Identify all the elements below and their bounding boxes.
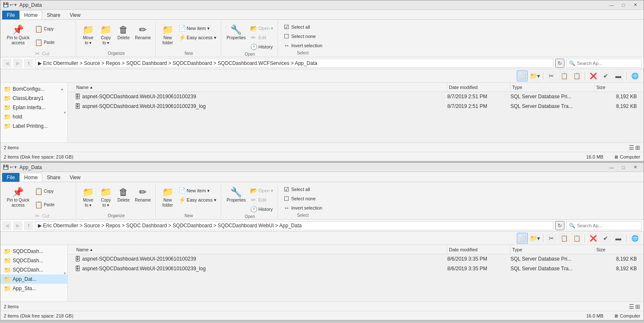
sidebar-item-sqdc2[interactable]: 📁 SQDCDash...	[0, 256, 67, 265]
history-button-1[interactable]: 🕐 History	[249, 43, 275, 51]
paste-button-1[interactable]: 📋 Paste	[32, 36, 73, 48]
new-folder-button-1[interactable]: 📁 Newfolder	[159, 22, 176, 50]
col-name-2[interactable]: Name ▲	[75, 245, 447, 254]
search-box-1[interactable]: 🔍	[566, 59, 642, 68]
refresh-button-2[interactable]: ↻	[555, 221, 564, 230]
copy-to-button-2[interactable]: 📁 Copyto ▾	[97, 185, 114, 213]
layout-details-button-1[interactable]: ⬜	[517, 70, 528, 81]
minimize-button-2[interactable]: —	[606, 163, 617, 172]
sidebar-item-classlibrary[interactable]: 📁 ClassLibrary1	[0, 94, 67, 103]
tab-view-2[interactable]: View	[65, 173, 85, 182]
sidebar-item-sqdc3[interactable]: 📁 SQDCDash...	[0, 265, 67, 275]
edit-button-1[interactable]: ✏ Edit	[249, 33, 275, 42]
sidebar-item-appstart[interactable]: 📁 App_Sta...	[0, 284, 67, 293]
confirm-toolbar-1[interactable]: ✔	[600, 70, 611, 81]
col-type-2[interactable]: Type	[510, 245, 595, 254]
select-all-button-2[interactable]: ☑ Select all	[281, 185, 312, 194]
history-button-2[interactable]: 🕐 History	[249, 205, 275, 213]
rename-button-2[interactable]: ✏ Rename	[133, 185, 153, 213]
delete-button-2[interactable]: 🗑 Delete	[115, 185, 132, 213]
pin-to-quick-access-button-1[interactable]: 📌 Pin to Quickaccess	[5, 22, 32, 50]
table-row[interactable]: 🗄 aspnet-SQDCDashboard.WebUI-20190610100…	[68, 102, 644, 111]
close-button-1[interactable]: ✕	[629, 0, 641, 10]
tab-home-2[interactable]: Home	[19, 173, 42, 182]
sidebar-item-sqdc1[interactable]: 📁 SQDCDash...	[0, 247, 67, 256]
open-button-2[interactable]: 📂 Open ▾	[249, 186, 275, 195]
properties-button-2[interactable]: 🔧 Properties	[224, 185, 248, 213]
maximize-button-1[interactable]: □	[617, 0, 629, 10]
confirm-toolbar-2[interactable]: ✔	[600, 233, 611, 244]
tab-file-2[interactable]: File	[2, 173, 19, 182]
col-size-1[interactable]: Size	[595, 83, 637, 92]
sidebar-item-hold[interactable]: 📁 hold	[0, 112, 67, 121]
sidebar-item-labelprinting[interactable]: 📁 Label Printing...	[0, 121, 67, 131]
search-box-2[interactable]: 🔍	[566, 221, 642, 230]
cut-button-1[interactable]: ✂ Cut	[32, 49, 73, 58]
col-modified-2[interactable]: Date modified	[447, 245, 510, 254]
globe-toolbar-2[interactable]: 🌐	[629, 233, 640, 244]
paste-button-2[interactable]: 📋 Paste	[32, 198, 73, 211]
copy-button-1[interactable]: 📋 Copy	[32, 22, 73, 35]
tab-share-1[interactable]: Share	[42, 11, 65, 19]
table-row[interactable]: 🗄 aspnet-SQDCDashboard.WebUI-20190610100…	[68, 254, 644, 264]
sidebar-item-eplan[interactable]: 📁 Eplan Interfa...	[0, 103, 67, 112]
copy-toolbar-1[interactable]: 📋	[558, 70, 569, 81]
col-size-2[interactable]: Size	[595, 245, 637, 254]
copy-toolbar-2[interactable]: 📋	[558, 233, 569, 244]
table-row[interactable]: 🗄 aspnet-SQDCDashboard.WebUI-20190610100…	[68, 264, 644, 274]
search-input-2[interactable]	[577, 223, 639, 228]
up-button-2[interactable]: ↑	[24, 221, 33, 230]
delete-toolbar-2[interactable]: ❌	[588, 233, 599, 244]
move-to-button-2[interactable]: 📁 Moveto ▾	[80, 185, 96, 213]
paste-toolbar-2[interactable]: 📋	[571, 233, 582, 244]
globe-toolbar-1[interactable]: 🌐	[629, 70, 640, 81]
move-to-button-1[interactable]: 📁 Moveto ▾	[80, 22, 96, 50]
maximize-button-2[interactable]: □	[617, 163, 629, 172]
layout-options-button-1[interactable]: 📁▾	[529, 70, 540, 81]
forward-button-2[interactable]: ▶	[13, 221, 22, 230]
tiles-view-btn-2[interactable]: ⊞	[635, 303, 640, 310]
delete-button-1[interactable]: 🗑 Delete	[115, 22, 132, 50]
layout-options-button-2[interactable]: 📁▾	[529, 233, 540, 244]
col-type-1[interactable]: Type	[510, 83, 595, 92]
copy-button-2[interactable]: 📋 Copy	[32, 185, 73, 197]
delete-toolbar-1[interactable]: ❌	[588, 70, 599, 81]
rename-button-1[interactable]: ✏ Rename	[133, 22, 153, 50]
new-folder-button-2[interactable]: 📁 Newfolder	[159, 185, 176, 213]
cut-button-2[interactable]: ✂ Cut	[32, 212, 73, 220]
easy-access-button-1[interactable]: ⚡ Easy access ▾	[177, 33, 218, 42]
minus-toolbar-1[interactable]: ▬	[613, 70, 624, 81]
refresh-button-1[interactable]: ↻	[555, 59, 564, 68]
qat-arrow[interactable]: ▾	[14, 2, 17, 8]
col-modified-1[interactable]: Date modified	[447, 83, 510, 92]
details-view-btn-1[interactable]: ☰	[629, 144, 634, 151]
cut-toolbar-2[interactable]: ✂	[546, 233, 557, 244]
select-none-button-2[interactable]: ☐ Select none	[281, 194, 317, 203]
edit-button-2[interactable]: ✏ Edit	[249, 196, 275, 204]
details-view-btn-2[interactable]: ☰	[629, 303, 634, 310]
sidebar-item-appdata[interactable]: 📁 App_Dat...	[0, 275, 67, 284]
back-button-1[interactable]: ◀	[2, 59, 11, 68]
tab-home-1[interactable]: Home	[19, 11, 42, 19]
easy-access-button-2[interactable]: ⚡ Easy access ▾	[177, 196, 218, 204]
new-item-button-1[interactable]: 📄 New item ▾	[177, 24, 218, 32]
tab-share-2[interactable]: Share	[42, 173, 65, 182]
select-none-button-1[interactable]: ☐ Select none	[281, 32, 317, 40]
qat-arrow-2[interactable]: ▾	[14, 164, 17, 170]
address-path-1[interactable]: ▶ Eric Obermuller > Source > Repos > SQD…	[35, 59, 553, 68]
layout-details-button-2[interactable]: ⬜	[517, 233, 528, 244]
forward-button-1[interactable]: ▶	[13, 59, 22, 68]
invert-selection-button-2[interactable]: ↔ Invert selection	[281, 204, 324, 212]
col-name-1[interactable]: Name ▲	[75, 83, 447, 92]
tab-file-1[interactable]: File	[2, 11, 19, 19]
sidebar-item-bomconfig[interactable]: 📁 BomConfigu... ▲	[0, 84, 67, 94]
up-button-1[interactable]: ↑	[24, 59, 33, 68]
tab-view-1[interactable]: View	[65, 11, 85, 19]
paste-toolbar-1[interactable]: 📋	[571, 70, 582, 81]
open-button-1[interactable]: 📂 Open ▾	[249, 24, 275, 32]
new-item-button-2[interactable]: 📄 New item ▾	[177, 186, 218, 195]
close-button-2[interactable]: ✕	[629, 163, 641, 172]
copy-to-button-1[interactable]: 📁 Copyto ▾	[97, 22, 114, 50]
pin-to-quick-access-button-2[interactable]: 📌 Pin to Quickaccess	[5, 185, 32, 213]
tiles-view-btn-1[interactable]: ⊞	[635, 144, 640, 151]
